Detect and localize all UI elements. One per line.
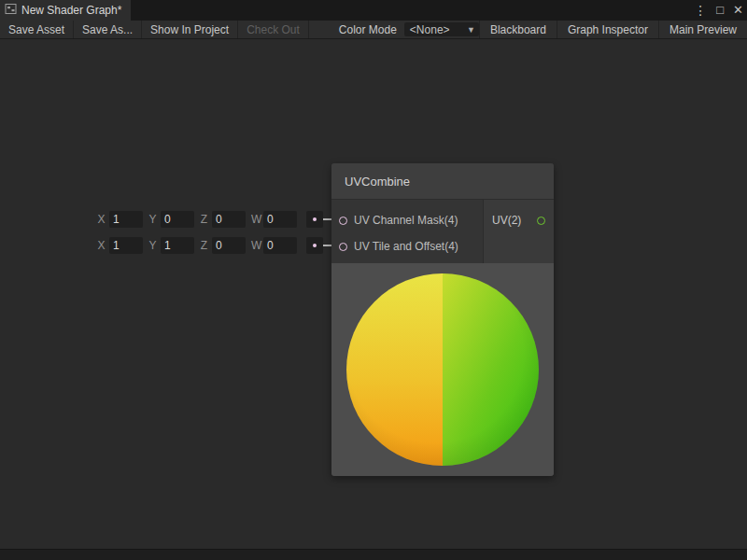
axis-label-x: X — [97, 213, 106, 226]
toolbar: Save Asset Save As... Show In Project Ch… — [0, 21, 747, 39]
show-in-project-button[interactable]: Show In Project — [142, 21, 238, 38]
node-body: UV Channel Mask(4) UV Tile and Offset(4)… — [331, 200, 554, 263]
close-icon[interactable]: ✕ — [733, 0, 743, 21]
vector-field-x[interactable]: 1 — [109, 211, 143, 228]
axis-label-y: Y — [148, 239, 157, 252]
vector-field-z[interactable]: 0 — [212, 211, 246, 228]
main-preview-toggle-button[interactable]: Main Preview — [658, 21, 747, 38]
vector4-input-row: X 1 Y 1 Z 0 W 0 — [97, 237, 323, 254]
port-dot-icon — [313, 217, 317, 221]
color-mode-label: Color Mode — [331, 21, 404, 38]
color-mode-dropdown[interactable]: <None> ▼ — [404, 22, 479, 36]
preview-sphere — [346, 273, 539, 466]
node-inputs: UV Channel Mask(4) UV Tile and Offset(4) — [331, 200, 483, 263]
vector-field-y[interactable]: 1 — [161, 237, 194, 254]
vector4-input-row: X 1 Y 0 Z 0 W 0 — [97, 211, 323, 228]
node-title: UVCombine — [331, 175, 410, 189]
save-as-button[interactable]: Save As... — [74, 21, 142, 38]
axis-label-y: Y — [148, 213, 157, 226]
node-preview — [331, 263, 554, 476]
inline-port-connector[interactable] — [306, 237, 323, 254]
port-dot-icon — [313, 244, 317, 247]
shader-graph-window: New Shader Graph* ⋮ □ ✕ Save Asset Save … — [0, 0, 747, 560]
output-port-icon[interactable] — [537, 217, 545, 225]
output-port-label: UV(2) — [492, 214, 521, 227]
input-port-icon[interactable] — [339, 217, 347, 225]
tab-new-shader-graph[interactable]: New Shader Graph* — [0, 0, 131, 21]
axis-label-w: W — [251, 213, 260, 226]
node-header[interactable]: UVCombine — [331, 163, 554, 200]
preview-sphere-left-half — [346, 273, 443, 466]
color-mode-value: <None> — [410, 23, 450, 36]
graph-canvas[interactable]: X 1 Y 0 Z 0 W 0 X 1 Y 1 Z 0 W 0 — [0, 39, 747, 549]
node-outputs: UV(2) — [483, 200, 554, 263]
input-port-label: UV Tile and Offset(4) — [354, 240, 458, 253]
inline-port-connector[interactable] — [306, 211, 323, 228]
vector-field-z[interactable]: 0 — [212, 237, 246, 254]
graph-inspector-toggle-button[interactable]: Graph Inspector — [557, 21, 658, 38]
bottom-scrollbar[interactable] — [0, 549, 747, 560]
menu-icon[interactable]: ⋮ — [694, 0, 707, 21]
axis-label-x: X — [97, 239, 106, 252]
axis-label-w: W — [251, 239, 260, 252]
vector-field-x[interactable]: 1 — [109, 237, 143, 254]
tab-title: New Shader Graph* — [21, 4, 121, 17]
node-uvcombine[interactable]: UVCombine UV Channel Mask(4) UV Tile and… — [331, 163, 554, 476]
axis-label-z: Z — [200, 239, 208, 252]
blackboard-toggle-button[interactable]: Blackboard — [479, 21, 557, 38]
axis-label-z: Z — [200, 213, 208, 226]
check-out-button: Check Out — [238, 21, 309, 38]
input-port-icon[interactable] — [339, 243, 347, 251]
window-controls: ⋮ □ ✕ — [694, 0, 743, 21]
output-port-row: UV(2) — [484, 207, 554, 233]
chevron-down-icon: ▼ — [467, 25, 475, 35]
shader-graph-icon — [5, 2, 17, 19]
preview-sphere-right-half — [443, 273, 539, 466]
input-port-row: UV Channel Mask(4) — [331, 207, 483, 233]
maximize-icon[interactable]: □ — [716, 0, 724, 21]
save-asset-button[interactable]: Save Asset — [0, 21, 74, 38]
input-port-label: UV Channel Mask(4) — [354, 214, 458, 227]
input-port-row: UV Tile and Offset(4) — [331, 233, 483, 259]
vector-field-w[interactable]: 0 — [263, 211, 297, 228]
tab-bar: New Shader Graph* ⋮ □ ✕ — [0, 0, 747, 21]
vector-field-y[interactable]: 0 — [161, 211, 194, 228]
vector-field-w[interactable]: 0 — [263, 237, 297, 254]
